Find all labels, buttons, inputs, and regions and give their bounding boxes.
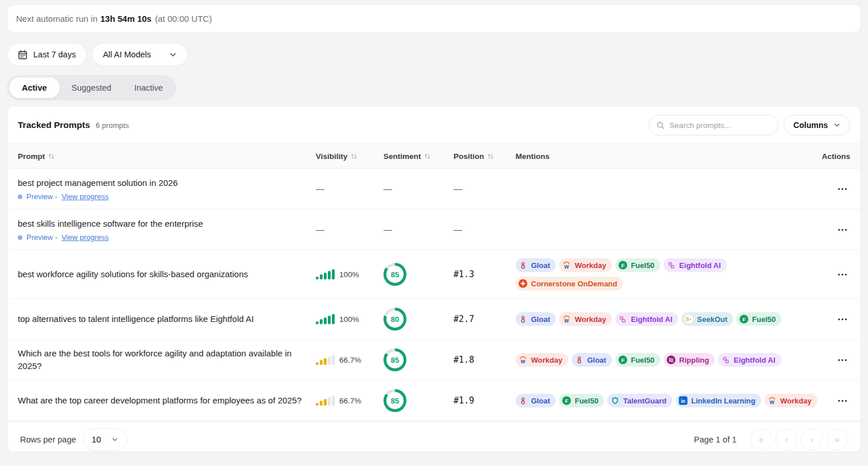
- table-row: best project management solution in 2026…: [7, 169, 861, 209]
- sort-icon: [350, 153, 358, 160]
- fuel50-icon: F: [562, 396, 571, 405]
- linkedin-icon: in: [679, 396, 688, 405]
- row-actions-button[interactable]: [834, 222, 850, 238]
- search-input[interactable]: [669, 121, 771, 130]
- table-row: Which are the best tools for workforce a…: [7, 340, 861, 380]
- countdown-bar: Next automatic run in 13h 54m 10s (at 00…: [7, 5, 861, 33]
- visibility-cell: 66.7%: [309, 395, 377, 406]
- position-cell: #2.7: [447, 314, 509, 324]
- svg-text:w: w: [564, 317, 569, 324]
- mention-badge-fuel50: FFuel50: [615, 353, 660, 367]
- table-row: best workforce agility solutions for ski…: [7, 250, 861, 299]
- mention-badge-seekout: S›SeekOut: [681, 312, 733, 326]
- sentiment-ring: 85: [383, 263, 406, 286]
- search-icon: [656, 121, 665, 130]
- preview-status: Preview - View progress: [18, 192, 309, 201]
- tabs: ActiveSuggestedInactive: [7, 75, 176, 100]
- next-page-button[interactable]: ›: [801, 429, 823, 451]
- visibility-cell: 100%: [309, 314, 377, 324]
- column-header-position[interactable]: Position: [447, 152, 509, 161]
- row-actions-button[interactable]: [834, 352, 850, 368]
- tab-active[interactable]: Active: [9, 77, 60, 98]
- column-header-label: Position: [454, 152, 484, 161]
- mention-label: Fuel50: [575, 397, 598, 405]
- sentiment-score: 85: [386, 392, 404, 409]
- sort-icon: [48, 153, 55, 160]
- visibility-cell: 66.7%: [309, 355, 377, 365]
- row-actions-button[interactable]: [834, 311, 850, 327]
- fuel50-icon: F: [618, 261, 627, 270]
- mentions-cell: [509, 228, 823, 231]
- mention-label: Workday: [780, 397, 812, 405]
- mention-badge-fuel50: FFuel50: [615, 258, 660, 272]
- ai-model-select[interactable]: All AI Models: [92, 43, 188, 66]
- column-header-prompt[interactable]: Prompt: [18, 152, 309, 161]
- rows-per-page-select[interactable]: 10: [83, 428, 127, 451]
- date-range-button[interactable]: Last 7 days: [7, 43, 87, 66]
- mention-label: Gloat: [587, 356, 606, 364]
- mention-badge-rippling: Rippling: [664, 353, 715, 367]
- page-indicator: Page 1 of 1: [694, 435, 737, 444]
- position-value: #1.3: [454, 269, 474, 279]
- mention-label: Fuel50: [631, 261, 654, 270]
- visibility-bars-icon: [316, 314, 335, 324]
- eightfold-icon: [721, 355, 730, 364]
- position-cell: —: [447, 224, 509, 235]
- prompt-count-badge: 6 prompts: [96, 121, 129, 130]
- column-header-visibility[interactable]: Visibility: [309, 152, 377, 161]
- mention-badge-fuel50: FFuel50: [737, 312, 781, 326]
- search-box[interactable]: [649, 115, 778, 135]
- svg-text:in: in: [681, 398, 685, 404]
- row-actions-button[interactable]: [834, 266, 850, 282]
- sentiment-cell: 85: [377, 389, 447, 412]
- mention-label: Fuel50: [752, 315, 776, 324]
- sentiment-cell: 80: [377, 308, 447, 331]
- tab-inactive[interactable]: Inactive: [123, 77, 174, 98]
- empty-value: —: [316, 224, 324, 234]
- table-row: What are the top career development plat…: [7, 380, 861, 421]
- prompt-cell: Which are the best tools for workforce a…: [18, 347, 309, 372]
- chevron-down-icon: [111, 436, 118, 443]
- row-actions-button[interactable]: [834, 393, 850, 409]
- mention-badge-linkedin: inLinkedIn Learning: [676, 394, 761, 407]
- position-cell: #1.3: [447, 269, 509, 279]
- mention-badge-eightfold: Eightfold AI: [664, 258, 726, 272]
- sentiment-score: 80: [386, 310, 404, 328]
- date-range-label: Last 7 days: [33, 50, 76, 59]
- sentiment-cell: —: [377, 224, 447, 235]
- visibility-bars-icon: [316, 395, 335, 406]
- workday-icon: w: [562, 314, 571, 324]
- mention-label: Eightfold AI: [679, 261, 720, 270]
- prev-page-button[interactable]: ‹: [776, 429, 797, 451]
- position-cell: #1.9: [447, 395, 509, 406]
- mention-label: Workday: [575, 261, 606, 270]
- column-header-label: Actions: [822, 152, 850, 161]
- row-actions-button[interactable]: [834, 181, 850, 197]
- mention-badge-gloat: Gloat: [516, 312, 556, 326]
- calendar-icon: [18, 50, 28, 60]
- actions-cell: [823, 352, 850, 368]
- tab-suggested[interactable]: Suggested: [61, 77, 122, 98]
- mention-badge-workday: wWorkday: [559, 258, 612, 272]
- prompt-cell: What are the top career development plat…: [18, 394, 309, 407]
- mention-label: Gloat: [531, 315, 550, 324]
- workday-icon: w: [562, 261, 571, 270]
- last-page-button[interactable]: »: [826, 429, 848, 451]
- prompt-text: What are the top career development plat…: [18, 394, 309, 407]
- view-progress-link[interactable]: View progress: [61, 233, 108, 242]
- mention-label: Fuel50: [631, 356, 654, 364]
- first-page-button[interactable]: «: [750, 429, 772, 451]
- empty-value: —: [383, 184, 392, 193]
- sort-icon: [424, 153, 431, 160]
- empty-value: —: [454, 184, 462, 193]
- view-progress-link[interactable]: View progress: [61, 192, 108, 201]
- columns-button[interactable]: Columns: [784, 115, 850, 135]
- mentions-cell: [509, 188, 823, 190]
- sentiment-cell: 85: [377, 263, 447, 286]
- column-header-sentiment[interactable]: Sentiment: [377, 152, 447, 161]
- cornerstone-icon: [518, 279, 528, 288]
- workday-icon: w: [518, 355, 528, 364]
- svg-text:w: w: [564, 263, 569, 270]
- table-body: best project management solution in 2026…: [7, 169, 861, 421]
- svg-text:w: w: [520, 358, 525, 364]
